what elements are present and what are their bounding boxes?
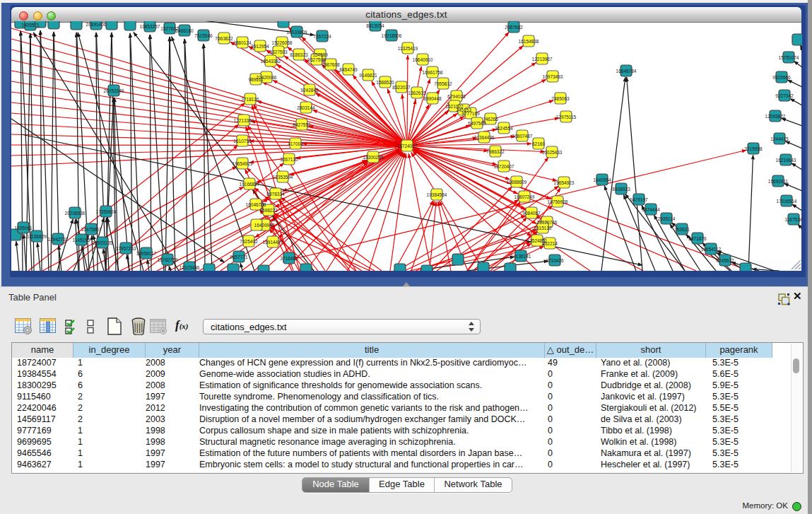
svg-text:11156829: 11156829 [27, 234, 47, 239]
svg-text:6497568: 6497568 [468, 121, 486, 126]
svg-text:2718126: 2718126 [241, 97, 259, 102]
svg-text:9529966: 9529966 [772, 75, 791, 80]
svg-text:10958117: 10958117 [136, 251, 157, 256]
svg-text:9657771: 9657771 [230, 255, 248, 259]
svg-text:9777169: 9777169 [461, 111, 480, 116]
svg-text:19756928: 19756928 [548, 199, 568, 204]
svg-text:12503135: 12503135 [93, 240, 113, 245]
svg-text:12942737: 12942737 [48, 237, 69, 242]
svg-text:12975115: 12975115 [556, 115, 577, 119]
svg-text:9698222: 9698222 [259, 208, 278, 213]
svg-text:9146821: 9146821 [359, 73, 377, 78]
svg-text:8454749: 8454749 [339, 67, 358, 72]
svg-text:763621: 763621 [674, 227, 690, 232]
svg-text:6794028: 6794028 [447, 94, 466, 99]
svg-text:746266: 746266 [483, 117, 498, 122]
svg-text:1167534: 1167534 [785, 217, 802, 222]
svg-text:252214: 252214 [542, 241, 558, 246]
svg-text:10654112: 10654112 [701, 247, 722, 252]
svg-text:8322037: 8322037 [392, 85, 411, 90]
svg-text:1640954: 1640954 [593, 177, 611, 182]
svg-text:2967608: 2967608 [322, 62, 340, 67]
svg-text:9084067: 9084067 [522, 211, 541, 216]
svg-text:19166827: 19166827 [240, 182, 260, 187]
svg-text:9227342: 9227342 [775, 93, 794, 98]
svg-text:10973493: 10973493 [543, 74, 563, 79]
svg-text:10807487: 10807487 [512, 134, 533, 139]
svg-text:16848784: 16848784 [616, 69, 637, 74]
svg-text:12353594: 12353594 [273, 175, 293, 180]
svg-text:1145193: 1145193 [73, 238, 90, 243]
svg-text:21364436: 21364436 [474, 135, 495, 140]
svg-text:16210643: 16210643 [776, 158, 796, 163]
svg-text:7625402: 7625402 [240, 239, 258, 244]
svg-text:8990448: 8990448 [423, 96, 442, 101]
svg-text:17359924: 17359924 [96, 209, 117, 214]
svg-text:989611: 989611 [248, 77, 264, 82]
svg-text:18807249: 18807249 [514, 194, 535, 199]
svg-text:12213369: 12213369 [234, 118, 254, 123]
svg-text:3215958: 3215958 [744, 146, 763, 151]
svg-text:16640910: 16640910 [413, 57, 433, 62]
svg-text:12323446: 12323446 [180, 265, 200, 270]
svg-text:15720407: 15720407 [494, 164, 514, 169]
svg-text:17016514: 17016514 [777, 199, 797, 204]
svg-text:16782759: 16782759 [158, 257, 178, 262]
svg-text:20206536: 20206536 [65, 211, 86, 216]
svg-text:6479197: 6479197 [630, 197, 648, 202]
svg-text:2803144: 2803144 [297, 105, 315, 110]
svg-text:18300295: 18300295 [363, 155, 384, 160]
svg-text:9245612: 9245612 [716, 258, 734, 263]
svg-text:12093822: 12093822 [765, 114, 786, 119]
svg-text:10025433: 10025433 [542, 150, 563, 155]
svg-text:7955812: 7955812 [434, 81, 452, 86]
svg-text:17957253: 17957253 [116, 246, 136, 251]
svg-text:3624554: 3624554 [495, 126, 513, 131]
svg-text:16543382: 16543382 [261, 59, 281, 64]
svg-text:19384554: 19384554 [427, 192, 447, 197]
svg-text:16409948: 16409948 [254, 223, 275, 228]
svg-text:7986322: 7986322 [486, 149, 505, 154]
svg-text:1615132: 1615132 [534, 226, 552, 230]
svg-text:19654923: 19654923 [233, 161, 253, 166]
svg-text:2935114: 2935114 [658, 216, 676, 221]
svg-text:15751074: 15751074 [779, 55, 799, 60]
svg-text:19654923: 19654923 [554, 180, 575, 185]
svg-text:18724007: 18724007 [397, 144, 418, 148]
svg-text:3716485: 3716485 [280, 256, 298, 261]
svg-text:3267130: 3267130 [280, 157, 298, 162]
svg-text:9474444: 9474444 [642, 207, 660, 212]
svg-text:8471676: 8471676 [688, 236, 707, 241]
svg-text:1935061: 1935061 [14, 226, 33, 230]
svg-text:62160: 62160 [532, 141, 545, 146]
svg-text:15692911: 15692911 [768, 179, 789, 184]
svg-text:16914479: 16914479 [263, 240, 283, 245]
svg-text:26053346: 26053346 [104, 88, 124, 93]
svg-text:14136141: 14136141 [511, 254, 531, 259]
svg-text:12213967: 12213967 [532, 57, 553, 62]
svg-text:16120746: 16120746 [537, 220, 558, 225]
svg-text:1733426: 1733426 [546, 258, 564, 263]
svg-text:16961758: 16961758 [423, 70, 443, 75]
svg-text:10975867: 10975867 [81, 227, 102, 232]
svg-text:1610755: 1610755 [233, 139, 252, 144]
svg-text:1588520: 1588520 [376, 80, 394, 85]
svg-text:8938923: 8938923 [612, 187, 630, 192]
svg-text:10688609: 10688609 [507, 180, 527, 185]
svg-text:8427552: 8427552 [293, 122, 311, 127]
svg-text:7485063: 7485063 [551, 96, 570, 101]
svg-text:8878334: 8878334 [266, 192, 285, 197]
svg-text:9327508: 9327508 [307, 57, 326, 62]
svg-text:16046788: 16046788 [246, 202, 266, 207]
svg-text:1244415: 1244415 [770, 136, 789, 141]
svg-text:9242848: 9242848 [300, 88, 319, 93]
svg-text:417004: 417004 [288, 141, 303, 146]
svg-text:1362615: 1362615 [408, 90, 426, 95]
